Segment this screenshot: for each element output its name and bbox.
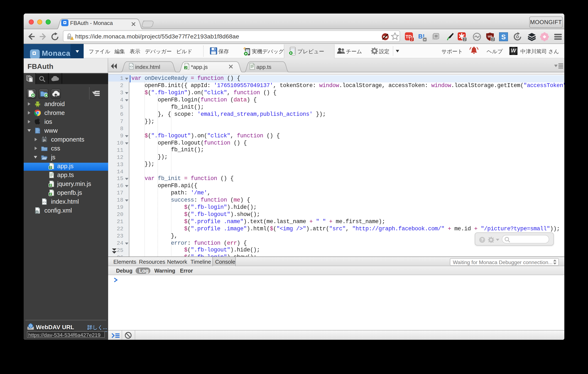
svg-text:2: 2 — [492, 37, 494, 41]
svg-text:J: J — [185, 66, 187, 69]
svg-text:S: S — [501, 33, 506, 41]
svg-text:2: 2 — [411, 37, 413, 41]
svg-text:?: ? — [481, 237, 483, 242]
svg-text:<>: <> — [130, 65, 133, 68]
svg-text:2: 2 — [464, 37, 465, 41]
